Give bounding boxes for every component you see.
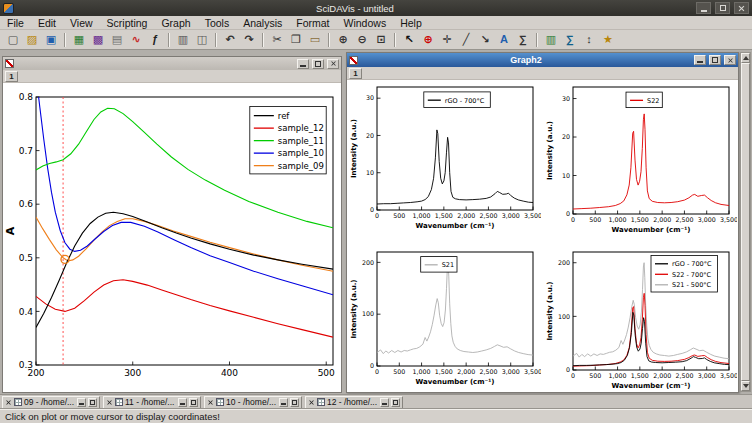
svg-text:3,500: 3,500	[720, 216, 737, 223]
draw-line-icon[interactable]: ╱	[457, 31, 475, 48]
pointer-icon[interactable]: ↖	[400, 31, 418, 48]
window-tab[interactable]: 12 - /home/...	[305, 396, 403, 409]
graph2-canvas: 05001,0001,5002,0002,5003,0003,500010203…	[347, 80, 738, 392]
menu-edit[interactable]: Edit	[31, 16, 63, 30]
duplicate-window-icon[interactable]: ◫	[193, 31, 211, 48]
undo-icon: ↶	[225, 34, 234, 45]
paste-icon[interactable]: ▭	[306, 31, 324, 48]
close-icon[interactable]	[107, 399, 113, 405]
maximize-icon[interactable]	[88, 398, 97, 407]
restore-icon[interactable]	[279, 398, 288, 407]
minimize-icon[interactable]	[297, 59, 309, 69]
maximize-icon[interactable]	[715, 2, 730, 14]
vertical-scrollbar[interactable]	[740, 52, 751, 392]
new-note-icon[interactable]: ▤	[108, 31, 126, 48]
svg-text:sample_11: sample_11	[278, 136, 324, 146]
scrollbar-thumb[interactable]	[741, 63, 750, 381]
redo-icon: ↷	[244, 34, 253, 45]
menu-help[interactable]: Help	[393, 16, 429, 30]
svg-text:100: 100	[362, 310, 374, 317]
column-statistics-icon[interactable]: ∑	[561, 31, 579, 48]
zoom-out-icon[interactable]: ⊖	[353, 31, 371, 48]
copy-icon[interactable]: ❐	[287, 31, 305, 48]
open-project-icon: ▨	[27, 34, 37, 45]
window-tab[interactable]: 11 - /home/...	[103, 396, 201, 409]
minimize-icon[interactable]	[696, 2, 711, 14]
print-icon[interactable]: ▥	[174, 31, 192, 48]
zoom-in-icon[interactable]: ⊕	[334, 31, 352, 48]
menu-analysis[interactable]: Analysis	[236, 16, 289, 30]
graph1-titlebar[interactable]	[3, 57, 341, 70]
menubar: FileEditViewScriptingGraphToolsAnalysisF…	[0, 16, 752, 30]
menu-scripting[interactable]: Scripting	[100, 16, 155, 30]
scroll-down-icon[interactable]	[741, 381, 750, 391]
layer-button[interactable]: 1	[5, 71, 18, 82]
maximize-icon[interactable]	[189, 398, 198, 407]
app-titlebar[interactable]: SciDAVis - untitled	[0, 0, 752, 16]
maximize-icon[interactable]	[312, 59, 324, 69]
close-icon[interactable]	[6, 399, 12, 405]
menu-tools[interactable]: Tools	[198, 16, 237, 30]
graph-window-icon	[349, 56, 358, 65]
save-project-icon[interactable]: ▣	[42, 31, 60, 48]
minimize-icon[interactable]	[694, 55, 706, 65]
restore-icon[interactable]	[380, 398, 389, 407]
menu-view[interactable]: View	[63, 16, 100, 30]
maximize-icon[interactable]	[709, 55, 721, 65]
close-icon[interactable]	[309, 399, 315, 405]
menu-file[interactable]: File	[0, 16, 31, 30]
add-equation-icon[interactable]: ∑	[514, 31, 532, 48]
layer-strip: 1	[347, 67, 738, 80]
close-icon[interactable]	[327, 59, 339, 69]
draw-arrow-icon[interactable]: ↘	[476, 31, 494, 48]
svg-text:0.8: 0.8	[19, 92, 34, 102]
svg-text:1,500: 1,500	[631, 372, 649, 379]
table-columns-icon[interactable]: ▥	[542, 31, 560, 48]
window-tab[interactable]: 10 - /home/...	[204, 396, 302, 409]
maximize-icon[interactable]	[391, 398, 400, 407]
cut-icon[interactable]: ✂	[268, 31, 286, 48]
absorbance-plot[interactable]: 2003004005000.30.40.50.60.70.8Arefsample…	[3, 83, 341, 392]
open-project-icon[interactable]: ▨	[23, 31, 41, 48]
menu-format[interactable]: Format	[289, 16, 336, 30]
maximize-icon[interactable]	[290, 398, 299, 407]
raman-plot-s21[interactable]: 05001,0001,5002,0002,5003,0003,500010020…	[348, 246, 541, 392]
undo-icon[interactable]: ↶	[221, 31, 239, 48]
close-icon[interactable]	[724, 55, 736, 65]
select-range-icon[interactable]: ✛	[438, 31, 456, 48]
raman-plot-s22[interactable]: 05001,0001,5002,0002,5003,0003,500010203…	[544, 81, 737, 243]
restore-icon[interactable]	[178, 398, 187, 407]
menu-windows[interactable]: Windows	[337, 16, 394, 30]
restore-icon[interactable]	[77, 398, 86, 407]
graph2-titlebar[interactable]: Graph2	[347, 53, 738, 67]
scroll-up-icon[interactable]	[741, 53, 750, 63]
plot-wizard-icon[interactable]: ★	[599, 31, 617, 48]
svg-text:Wavenumber (cm⁻¹): Wavenumber (cm⁻¹)	[415, 222, 494, 230]
raman-plot-overlay[interactable]: 05001,0001,5002,0002,5003,0003,500010020…	[544, 246, 737, 392]
graph1-window[interactable]: 1 2003004005000.30.40.50.60.70.8Arefsamp…	[2, 56, 342, 393]
sort-icon: ↕	[586, 34, 592, 45]
svg-text:3,000: 3,000	[698, 216, 716, 223]
graph2-window[interactable]: Graph2 1 05001,0001,5002,0002,5003,0003,…	[346, 52, 739, 393]
window-tab[interactable]: 09 - /home/...	[2, 396, 100, 409]
new-table-icon[interactable]: ▦	[70, 31, 88, 48]
close-icon[interactable]	[208, 399, 214, 405]
menu-graph[interactable]: Graph	[154, 16, 197, 30]
toolbar: ▢▨▣▦▩▤∿ƒ▥◫↶↷✂❐▭⊕⊖⊡↖⊕✛╱↘A∑▥∑↕★	[0, 30, 752, 50]
raman-plot-rgo[interactable]: 05001,0001,5002,0002,5003,0003,500010203…	[348, 81, 541, 243]
new-project-icon[interactable]: ▢	[4, 31, 22, 48]
close-icon[interactable]	[734, 2, 749, 14]
rescale-icon[interactable]: ⊡	[372, 31, 390, 48]
layer-button[interactable]: 1	[349, 68, 362, 79]
toolbar-separator	[215, 33, 217, 47]
new-function-plot-icon[interactable]: ƒ	[146, 31, 164, 48]
svg-text:20: 20	[562, 133, 570, 140]
graph-window-icon	[5, 59, 14, 68]
new-graph-icon[interactable]: ∿	[127, 31, 145, 48]
svg-text:0: 0	[375, 212, 379, 219]
add-text-icon[interactable]: A	[495, 31, 513, 48]
sort-icon[interactable]: ↕	[580, 31, 598, 48]
redo-icon[interactable]: ↷	[240, 31, 258, 48]
new-matrix-icon[interactable]: ▩	[89, 31, 107, 48]
data-reader-icon[interactable]: ⊕	[419, 31, 437, 48]
